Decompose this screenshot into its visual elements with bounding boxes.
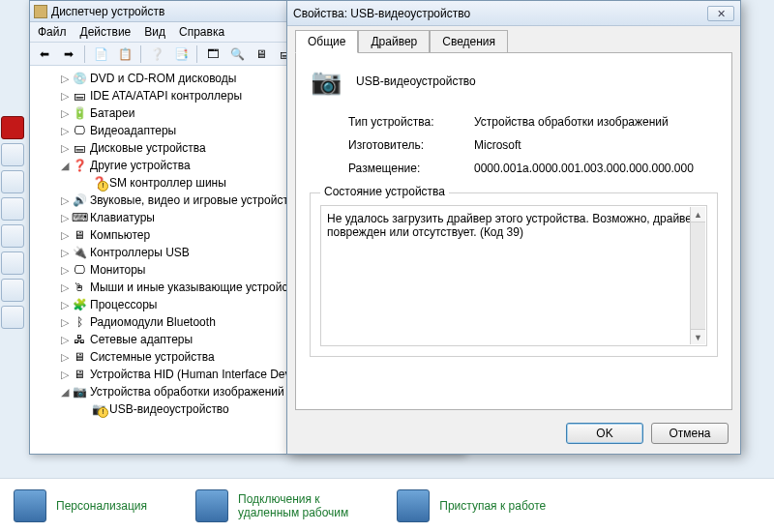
dock-icon[interactable] — [1, 143, 24, 166]
cp-label: Приступая к работе — [439, 499, 546, 513]
expand-icon[interactable]: ▷ — [59, 369, 71, 381]
tab-strip: Общие Драйвер Сведения — [295, 30, 732, 53]
tree-item-label: SM контроллер шины — [109, 176, 226, 190]
expand-icon[interactable]: ▷ — [59, 142, 71, 155]
dialog-titlebar[interactable]: Свойства: USB-видеоустройство ✕ — [287, 1, 740, 26]
device-icon: ⌨ — [72, 211, 87, 224]
tree-item-label: Мониторы — [90, 263, 145, 277]
expand-icon[interactable]: ▷ — [59, 194, 71, 207]
value-vendor: Microsoft — [474, 138, 718, 152]
dock-icon[interactable] — [1, 279, 24, 302]
expand-icon[interactable]: ▷ — [59, 229, 71, 242]
scrollbar-down-icon[interactable]: ▼ — [691, 329, 705, 344]
device-icon: 📷 — [91, 402, 106, 416]
toolbar-button[interactable]: 📄 — [90, 44, 111, 64]
left-dock — [0, 29, 25, 474]
expand-icon[interactable]: ▷ — [59, 264, 71, 277]
device-icon: 🖥 — [72, 350, 87, 364]
dock-icon[interactable] — [1, 170, 24, 193]
device-icon: 🖥 — [72, 228, 87, 242]
tab-details[interactable]: Сведения — [430, 30, 508, 53]
dialog-title: Свойства: USB-видеоустройство — [293, 7, 470, 20]
dock-icon[interactable] — [1, 224, 24, 248]
scrollbar[interactable]: ▲ ▼ — [690, 207, 705, 344]
device-icon: 🔌 — [72, 246, 87, 259]
expand-icon[interactable]: ▷ — [59, 247, 71, 259]
control-panel-row: Персонализация Подключения к удаленным р… — [0, 478, 774, 532]
expand-icon[interactable]: ▷ — [59, 73, 71, 85]
dock-icon[interactable] — [1, 116, 24, 139]
toolbar-button[interactable]: 🖥 — [251, 44, 272, 64]
device-icon: 🖵 — [72, 263, 87, 277]
device-icon: 🔊 — [72, 193, 87, 207]
status-legend: Состояние устройства — [320, 185, 449, 198]
window-icon — [34, 5, 47, 18]
expand-icon[interactable]: ▷ — [59, 107, 71, 120]
device-name: USB-видеоустройство — [356, 74, 476, 88]
tree-item-label: Клавиатуры — [90, 211, 155, 224]
tree-item-label: Батареи — [90, 106, 134, 120]
label-vendor: Изготовитель: — [348, 138, 474, 152]
expand-icon[interactable]: ▷ — [59, 281, 71, 294]
tree-item-label: Контроллеры USB — [90, 246, 190, 259]
cancel-button[interactable]: Отмена — [651, 423, 729, 444]
dock-icon[interactable] — [1, 251, 24, 275]
status-text: Не удалось загрузить драйвер этого устро… — [327, 212, 699, 239]
back-button[interactable]: ⬅ — [34, 44, 55, 64]
close-button[interactable]: ✕ — [707, 6, 734, 21]
forward-button[interactable]: ➡ — [58, 44, 79, 64]
tree-item-label: Радиомодули Bluetooth — [90, 315, 216, 329]
tree-item-label: Устройства обработки изображений — [90, 385, 284, 399]
tree-item-label: Видеоадаптеры — [90, 124, 176, 137]
menu-file[interactable]: Файл — [38, 25, 67, 39]
device-icon: 🔋 — [72, 106, 87, 120]
ok-button[interactable]: OK — [566, 423, 643, 444]
menu-help[interactable]: Справка — [179, 25, 224, 39]
tree-item-label: IDE ATA/ATAPI контроллеры — [90, 89, 242, 103]
expand-icon[interactable]: ▷ — [59, 334, 71, 346]
cp-item-getting-started[interactable]: Приступая к работе — [397, 489, 546, 522]
cp-label: Подключения к удаленным рабочим — [238, 492, 348, 519]
menu-action[interactable]: Действие — [80, 25, 132, 39]
value-location: 0000.001a.0000.001.003.000.000.000.000 — [474, 162, 718, 175]
device-icon: 🖴 — [72, 141, 87, 155]
remote-icon — [195, 489, 228, 522]
label-device-type: Тип устройства: — [348, 115, 474, 129]
properties-dialog: Свойства: USB-видеоустройство ✕ Общие Др… — [286, 0, 741, 455]
tree-item-label: Другие устройства — [90, 159, 191, 172]
cp-label: Персонализация — [56, 499, 147, 513]
devmgr-title: Диспетчер устройств — [51, 5, 164, 18]
expand-icon[interactable]: ▷ — [59, 125, 71, 137]
status-textbox[interactable]: Не удалось загрузить драйвер этого устро… — [320, 205, 707, 346]
expand-icon[interactable]: ▷ — [59, 299, 71, 311]
collapse-icon[interactable]: ◢ — [59, 160, 71, 172]
dock-icon[interactable] — [1, 306, 24, 329]
tree-item-label: Системные устройства — [90, 350, 215, 364]
toolbar-button[interactable]: 📋 — [114, 44, 135, 64]
tab-pane-general: 📷 USB-видеоустройство Тип устройства: Ус… — [295, 52, 732, 410]
tree-item-label: Устройства HID (Human Interface Devices) — [90, 368, 315, 381]
expand-icon[interactable]: ▷ — [59, 316, 71, 329]
cp-item-personalization[interactable]: Персонализация — [14, 489, 147, 522]
toolbar-button[interactable]: 📑 — [170, 44, 192, 64]
scrollbar-up-icon[interactable]: ▲ — [691, 207, 705, 222]
tab-general[interactable]: Общие — [295, 30, 358, 53]
cp-item-remote[interactable]: Подключения к удаленным рабочим — [195, 489, 348, 522]
expand-icon[interactable]: ▷ — [59, 351, 71, 364]
expand-icon[interactable]: ▷ — [59, 90, 71, 103]
help-button[interactable]: ❔ — [146, 44, 167, 64]
toolbar-button[interactable]: 🗔 — [202, 44, 223, 64]
device-icon: 💿 — [72, 72, 87, 85]
tab-driver[interactable]: Драйвер — [358, 30, 430, 53]
device-icon: ❓ — [91, 176, 106, 190]
menu-view[interactable]: Вид — [144, 25, 165, 39]
camera-icon: 📷 — [310, 67, 342, 96]
label-location: Размещение: — [348, 162, 474, 175]
expand-icon[interactable]: ▷ — [59, 212, 71, 224]
device-icon: 📷 — [72, 385, 87, 399]
personalization-icon — [14, 489, 46, 522]
dock-icon[interactable] — [1, 197, 24, 221]
collapse-icon[interactable]: ◢ — [59, 386, 71, 399]
tree-item-label: Процессоры — [90, 298, 158, 311]
toolbar-button[interactable]: 🔍 — [226, 44, 248, 64]
